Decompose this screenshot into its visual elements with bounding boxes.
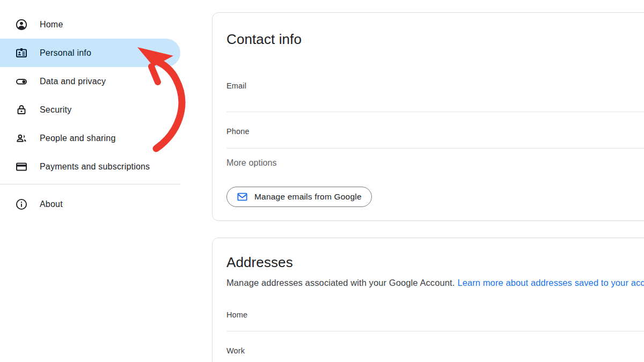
contact-info-title: Contact info xyxy=(226,31,302,48)
sidebar-divider xyxy=(0,184,180,184)
more-options-label: More options xyxy=(226,158,277,168)
info-icon xyxy=(15,198,28,211)
row-divider xyxy=(226,148,644,149)
phone-row[interactable]: Phone xyxy=(226,127,250,136)
sidebar-item-label: People and sharing xyxy=(40,134,115,143)
main-content: Contact info Email Phone More options Ma… xyxy=(212,12,644,362)
phone-label: Phone xyxy=(226,127,250,136)
addresses-description: Manage addresses associated with your Go… xyxy=(226,278,644,288)
addresses-title: Addresses xyxy=(226,254,293,271)
sidebar-item-label: Security xyxy=(40,105,71,115)
addresses-card: Addresses Manage addresses associated wi… xyxy=(212,238,644,362)
sidebar-item-label: Home xyxy=(40,20,63,29)
lock-icon xyxy=(15,104,28,116)
manage-emails-button[interactable]: Manage emails from Google xyxy=(226,187,372,207)
home-address-row[interactable]: Home xyxy=(226,311,247,319)
sidebar-item-label: Data and privacy xyxy=(40,77,106,86)
sidebar-item-security[interactable]: Security xyxy=(0,95,180,124)
sidebar-item-about[interactable]: About xyxy=(0,190,180,218)
sidebar-item-personal-info[interactable]: Personal info xyxy=(0,39,180,67)
work-address-row[interactable]: Work xyxy=(226,346,245,355)
row-divider xyxy=(226,331,644,331)
account-circle-icon xyxy=(15,18,28,31)
people-icon xyxy=(15,132,28,145)
sidebar-item-home[interactable]: Home xyxy=(0,10,180,39)
sidebar-item-label: Payments and subscriptions xyxy=(40,162,150,172)
contact-info-card: Contact info Email Phone More options Ma… xyxy=(212,12,644,221)
sidebar-item-payments-and-subscriptions[interactable]: Payments and subscriptions xyxy=(0,152,180,181)
work-address-label: Work xyxy=(226,346,245,355)
learn-more-link[interactable]: Learn more about addresses saved to your… xyxy=(457,278,644,287)
sidebar-item-label: About xyxy=(40,200,63,209)
sidebar: Home Personal info Data and privacy Secu… xyxy=(0,10,180,218)
home-address-label: Home xyxy=(226,311,247,319)
credit-card-icon xyxy=(15,160,28,173)
toggle-icon xyxy=(15,75,28,88)
addresses-description-text: Manage addresses associated with your Go… xyxy=(226,278,455,287)
email-label: Email xyxy=(226,82,246,90)
mail-icon xyxy=(237,192,248,202)
sidebar-item-data-and-privacy[interactable]: Data and privacy xyxy=(0,67,180,95)
sidebar-item-people-and-sharing[interactable]: People and sharing xyxy=(0,124,180,152)
sidebar-item-label: Personal info xyxy=(40,48,91,58)
row-divider xyxy=(226,112,644,112)
email-row[interactable]: Email xyxy=(226,82,246,90)
manage-emails-button-label: Manage emails from Google xyxy=(254,192,362,202)
id-card-icon xyxy=(15,47,28,60)
